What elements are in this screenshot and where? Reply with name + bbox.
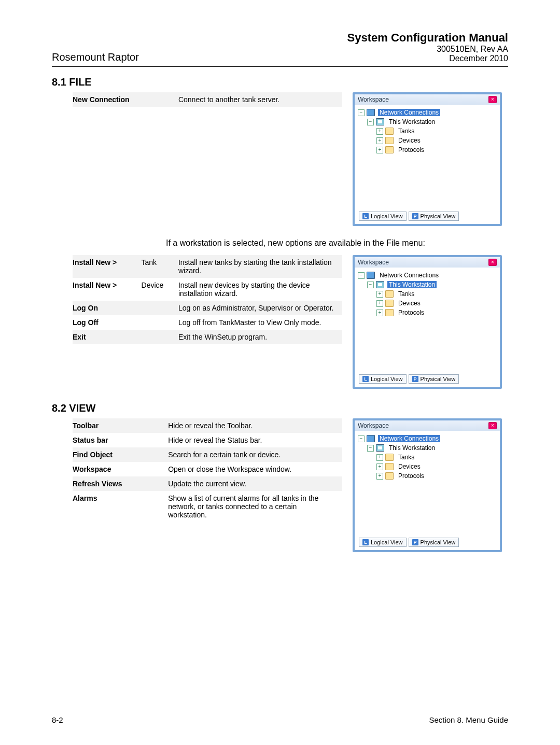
term: Install New > (73, 278, 142, 301)
doc-rev: 300510EN, Rev AA (347, 45, 508, 54)
expand-icon[interactable]: + (376, 128, 383, 135)
expand-icon[interactable]: + (376, 147, 383, 153)
workspace-tabs: L Logical View P Physical View (355, 536, 500, 550)
tab-physical-view[interactable]: P Physical View (409, 374, 459, 384)
workstation-icon (376, 444, 384, 452)
tree-node-leaf[interactable]: + Tanks (358, 289, 497, 299)
folder-icon (385, 290, 394, 298)
tree-node-workstation[interactable]: − This Workstation (358, 117, 497, 126)
desc: Search for a certain tank or device. (168, 447, 342, 462)
term: Log Off (73, 315, 142, 330)
file-table-1: New Connection Connect to another tank s… (73, 92, 342, 107)
collapse-icon[interactable]: − (358, 435, 365, 442)
expand-icon[interactable]: + (376, 473, 383, 480)
workspace-title: Workspace (358, 259, 389, 266)
doc-date: December 2010 (347, 54, 508, 63)
expand-icon[interactable]: + (376, 291, 383, 298)
tree-node-workstation[interactable]: − This Workstation (358, 280, 497, 289)
doc-title: System Configuration Manual (347, 31, 508, 45)
badge-p-icon: P (412, 376, 418, 382)
expand-icon[interactable]: + (376, 454, 383, 461)
badge-l-icon: L (362, 213, 369, 219)
table-row: Status bar Hide or reveal the Status bar… (73, 433, 342, 447)
collapse-icon[interactable]: − (358, 272, 365, 279)
close-icon[interactable]: × (488, 259, 497, 266)
tree-label: Tanks (397, 290, 416, 298)
subterm (142, 301, 178, 315)
product-name: Rosemount Raptor (52, 51, 139, 63)
expand-icon[interactable]: + (376, 463, 383, 470)
collapse-icon[interactable]: − (358, 109, 365, 116)
workspace-titlebar: Workspace × (355, 257, 500, 268)
tree-view[interactable]: − Network Connections − This Workstation… (355, 431, 500, 536)
badge-p-icon: P (412, 213, 418, 219)
tab-logical-view[interactable]: L Logical View (359, 212, 407, 221)
tree-node-leaf[interactable]: + Tanks (358, 126, 497, 136)
tree-label: Tanks (397, 454, 416, 461)
table-row: Toolbar Hide or reveal the Toolbar. (73, 418, 342, 433)
table-row: Workspace Open or close the Workspace wi… (73, 462, 342, 476)
workspace-tabs: L Logical View P Physical View (355, 209, 500, 224)
tab-label: Logical View (371, 213, 403, 219)
tree-node-root[interactable]: − Network Connections (358, 271, 497, 280)
collapse-icon[interactable]: − (367, 445, 374, 452)
workspace-window: Workspace × − Network Connections − This… (353, 418, 502, 552)
table-row: Exit Exit the WinSetup program. (73, 330, 342, 344)
subterm (142, 330, 178, 344)
tree-view[interactable]: − Network Connections − This Workstation… (355, 105, 500, 209)
tree-node-leaf[interactable]: + Protocols (358, 145, 497, 154)
workspace-title: Workspace (358, 422, 389, 429)
term: Log On (73, 301, 142, 315)
badge-l-icon: L (362, 539, 369, 545)
file-table-2: Install New > Tank Install new tanks by … (73, 255, 342, 344)
workstation-icon (376, 118, 384, 125)
table-row: Log On Log on as Administrator, Supervis… (73, 301, 342, 315)
tab-physical-view[interactable]: P Physical View (409, 538, 459, 547)
table-row: Install New > Tank Install new tanks by … (73, 255, 342, 278)
expand-icon[interactable]: + (376, 310, 383, 316)
desc: Install new tanks by starting the tank i… (178, 255, 342, 278)
workspace-tabs: L Logical View P Physical View (355, 372, 500, 387)
tree-node-root[interactable]: − Network Connections (358, 108, 497, 117)
table-row: Log Off Log off from TankMaster to View … (73, 315, 342, 330)
tree-node-root[interactable]: − Network Connections (358, 434, 497, 443)
tree-node-leaf[interactable]: + Devices (358, 136, 497, 145)
file-midtext: If a workstation is selected, new option… (166, 238, 508, 248)
expand-icon[interactable]: + (376, 137, 383, 144)
term: Workspace (73, 462, 168, 476)
tree-node-leaf[interactable]: + Tanks (358, 453, 497, 462)
section-heading-view: 8.2 VIEW (52, 402, 508, 414)
desc: Hide or reveal the Status bar. (168, 433, 342, 447)
tab-logical-view[interactable]: L Logical View (359, 538, 407, 547)
subterm: Tank (142, 255, 178, 278)
term: Refresh Views (73, 476, 168, 491)
tree-label: Devices (397, 300, 422, 307)
folder-icon (385, 128, 394, 135)
tree-node-leaf[interactable]: + Devices (358, 462, 497, 471)
term: Find Object (73, 447, 168, 462)
collapse-icon[interactable]: − (367, 119, 374, 125)
tree-view[interactable]: − Network Connections − This Workstation… (355, 268, 500, 372)
view-table: Toolbar Hide or reveal the Toolbar. Stat… (73, 418, 342, 522)
tab-label: Logical View (371, 539, 403, 545)
tree-node-leaf[interactable]: + Protocols (358, 471, 497, 481)
close-icon[interactable]: × (488, 422, 497, 429)
desc: Hide or reveal the Toolbar. (168, 418, 342, 433)
desc: Log on as Administrator, Supervisor or O… (178, 301, 342, 315)
tree-label: Protocols (397, 472, 426, 480)
tree-node-workstation[interactable]: − This Workstation (358, 443, 497, 453)
tree-node-leaf[interactable]: + Protocols (358, 308, 497, 317)
tree-node-leaf[interactable]: + Devices (358, 299, 497, 308)
expand-icon[interactable]: + (376, 300, 383, 307)
collapse-icon[interactable]: − (367, 282, 374, 288)
desc: Open or close the Workspace window. (168, 462, 342, 476)
close-icon[interactable]: × (488, 96, 497, 103)
table-row: Find Object Search for a certain tank or… (73, 447, 342, 462)
section-heading-file: 8.1 FILE (52, 76, 508, 88)
section-label: Section 8. Menu Guide (429, 715, 508, 724)
tab-label: Physical View (421, 213, 456, 219)
folder-icon (385, 146, 394, 153)
tab-physical-view[interactable]: P Physical View (409, 212, 459, 221)
subterm (142, 315, 178, 330)
tab-logical-view[interactable]: L Logical View (359, 374, 407, 384)
